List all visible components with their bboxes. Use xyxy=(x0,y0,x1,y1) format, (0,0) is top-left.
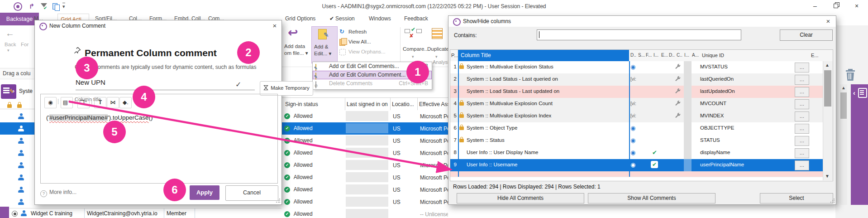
column-header-signin[interactable]: Sign-in status xyxy=(285,101,344,107)
group-by-bar[interactable]: Drag a colu xyxy=(0,68,37,79)
eye-icon[interactable]: ◉ xyxy=(630,137,635,144)
user-grid-row[interactable]: ✔ AllowedUSMicrosoft Po xyxy=(281,110,448,123)
menu-grid-options[interactable]: Grid Options xyxy=(285,15,315,22)
menu-session[interactable]: ✔Session xyxy=(329,15,355,22)
eye-icon[interactable]: ◉ xyxy=(630,125,635,131)
header-column-title[interactable]: Column Title xyxy=(458,50,629,61)
table-row[interactable]: 2System :: Load Status - Last queried on… xyxy=(450,73,823,86)
row-options-button[interactable]: … xyxy=(795,160,809,170)
more-info-link[interactable]: ?More info... xyxy=(40,189,76,197)
row-options-button[interactable]: … xyxy=(795,148,809,158)
user-name-cell[interactable]: Widget C training xyxy=(31,210,72,217)
table-row[interactable]: 4System :: Multivalue Explosion Count[vi… xyxy=(450,98,823,111)
row-options-button[interactable]: … xyxy=(795,63,809,73)
menu-windows[interactable]: Windows xyxy=(369,15,391,22)
visibility-icon[interactable]: ◉ xyxy=(44,97,57,108)
menu-feedback[interactable]: Feedback xyxy=(404,15,428,22)
user-role-cell[interactable]: Member xyxy=(167,210,186,217)
user-grid-row[interactable]: ✔ AllowedUSMicrosoft Po xyxy=(281,147,448,160)
row-options-button[interactable]: … xyxy=(795,136,809,146)
header-flag[interactable]: C.. xyxy=(677,53,684,58)
add-edit-button[interactable]: ✎ Add & Edit... ▾ xyxy=(311,26,338,63)
resize-grip[interactable] xyxy=(830,199,835,203)
comment-editor[interactable]: ◉ | ▤⁺ | ❐⁺ | T ⋈ ◆․ ('#userPrincipalNam… xyxy=(40,94,278,184)
grid-flash-icon[interactable]: ϟ› xyxy=(1,84,16,99)
header-flag[interactable]: F... xyxy=(646,53,653,58)
column-header-location[interactable]: Locatio... xyxy=(392,101,417,107)
user-grid-row[interactable]: ✔ AllowedUSMicrosoft Po xyxy=(281,171,448,184)
apply-button[interactable]: Apply xyxy=(190,185,219,200)
header-flag[interactable]: I... xyxy=(684,53,692,58)
table-row[interactable]: 5System :: Multivalue Explosion Index[vi… xyxy=(450,110,823,123)
table-row[interactable]: 6System :: Object Type◉OBJECTTYPE… xyxy=(450,122,823,135)
backstage-tab[interactable]: Backstage xyxy=(0,13,39,25)
view-all-button[interactable]: View All... xyxy=(348,39,371,44)
back-arrow-icon[interactable]: ← xyxy=(5,28,14,39)
left-grid-row[interactable] xyxy=(0,147,34,160)
header-unique-id[interactable]: Unique ID xyxy=(702,53,724,58)
table-row[interactable]: 1System :: Multivalue Explosion Status◉M… xyxy=(450,61,823,74)
refresh-button[interactable]: Refresh xyxy=(348,29,367,34)
cancel-button[interactable]: Cancel xyxy=(225,185,278,201)
fill-color-icon[interactable]: ◆․ xyxy=(119,97,132,108)
user-upn-cell[interactable]: WidgetCtraining@ovh.ytria.io xyxy=(87,210,157,217)
share-icon[interactable]: ↱ xyxy=(27,2,36,11)
hide-all-comments-button[interactable]: Hide All Comments xyxy=(457,193,584,203)
clear-button[interactable]: Clear xyxy=(780,29,833,41)
scrollbar-thumb[interactable] xyxy=(824,70,831,107)
minimize-button[interactable]: – xyxy=(808,3,822,10)
left-grid-row[interactable] xyxy=(0,159,34,172)
close-icon[interactable]: × xyxy=(824,17,832,25)
table-row[interactable]: 3System :: Load Status - Last updated on… xyxy=(450,86,823,98)
left-grid-row[interactable] xyxy=(0,184,34,196)
table-row-partial[interactable] xyxy=(450,171,823,177)
row-options-button[interactable]: … xyxy=(795,124,809,134)
close-icon[interactable]: × xyxy=(271,22,279,30)
eye-icon[interactable]: ◉ xyxy=(630,149,635,156)
header-flag[interactable]: A... xyxy=(692,53,699,58)
left-grid-row[interactable] xyxy=(0,135,34,147)
row-options-button[interactable]: … xyxy=(795,87,809,97)
back-caret-icon[interactable]: ▾ xyxy=(7,48,10,53)
back-button[interactable]: Back xyxy=(5,42,16,47)
duplicates-button[interactable]: Duplicates ▾ xyxy=(427,26,448,63)
column-header-assignment[interactable]: Effective Ass xyxy=(419,101,448,107)
radio-icon[interactable] xyxy=(12,211,18,218)
formula-text[interactable]: ('#userPrincipalName#').toUpperCase() xyxy=(46,114,153,121)
header-flag[interactable]: D.. xyxy=(630,53,638,58)
scrollbar-thumb[interactable] xyxy=(840,92,847,119)
scroll-up-icon[interactable]: ▲ xyxy=(825,63,830,68)
close-button[interactable]: × xyxy=(850,3,863,10)
table-row[interactable]: 8User Info :: User Display Name◉✔display… xyxy=(450,147,823,160)
user-grid-row[interactable]: ✔ AllowedUSMicrosoft Po xyxy=(281,135,448,147)
header-e[interactable]: E... xyxy=(811,53,819,58)
contains-input[interactable] xyxy=(537,29,741,40)
compare-button[interactable]: ✔ ✘ Compare... ▾ xyxy=(403,26,426,63)
header-flag[interactable]: E... xyxy=(661,53,668,58)
add-data-from-file-button[interactable]: ↩ Add data om file... ▾ xyxy=(283,26,310,63)
restore-button[interactable] xyxy=(829,3,843,10)
left-grid-row[interactable] xyxy=(0,122,34,135)
table-row[interactable]: 7System :: Status◉STATUS… xyxy=(450,135,823,147)
user-grid-row[interactable]: ✔ AllowedUSMicrosoft Po xyxy=(281,159,448,172)
user-grid-row[interactable]: ✔ AllowedUSMicrosoft Po xyxy=(281,184,448,196)
select-button[interactable]: Select xyxy=(760,193,833,203)
show-all-comments-button[interactable]: Show All Comments xyxy=(588,193,715,203)
column-header-lastsignin[interactable]: Last signed in on - ... xyxy=(347,101,389,107)
trash-icon[interactable] xyxy=(844,69,856,82)
header-flag[interactable]: I... xyxy=(653,53,661,58)
row-options-button[interactable]: … xyxy=(795,99,809,109)
eye-icon[interactable]: ◉ xyxy=(630,161,635,168)
toolbar-overflow-icon[interactable]: ▾ xyxy=(62,3,65,10)
add-cell-comment-icon[interactable]: ❐⁺ xyxy=(77,97,90,108)
left-column-header[interactable]: Syste xyxy=(19,88,33,94)
handshake-icon[interactable]: ⋈ xyxy=(107,97,119,108)
scroll-down-icon[interactable]: ▼ xyxy=(825,174,830,179)
left-grid-row[interactable] xyxy=(0,171,34,184)
row-options-button[interactable]: … xyxy=(795,111,809,121)
resize-grip[interactable] xyxy=(276,199,280,203)
text-format-icon[interactable]: T xyxy=(94,97,106,108)
header-flag[interactable]: D.. xyxy=(669,53,676,58)
column-title-input[interactable]: New UPN xyxy=(76,78,255,90)
table-scrollbar[interactable]: ▲ ▼ xyxy=(823,61,833,180)
